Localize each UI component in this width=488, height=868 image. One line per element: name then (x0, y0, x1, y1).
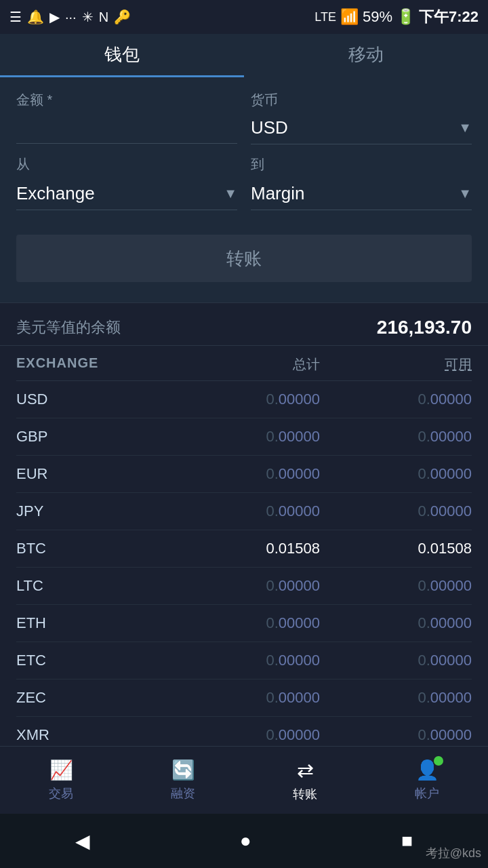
row-available-eth: 0.00000 (320, 614, 472, 632)
row-currency-jpy: JPY (16, 502, 168, 520)
row-total-usd: 0.00000 (168, 391, 320, 408)
row-available-jpy: 0.00000 (320, 502, 472, 520)
form-row-2: 从 Exchange ▼ 到 Margin ▼ (16, 155, 472, 210)
nav-transfer[interactable]: ⇄ 转账 (244, 747, 366, 814)
row-currency-eth: ETH (16, 614, 168, 632)
currency-select[interactable]: USD ▼ (251, 112, 472, 144)
row-available-gbp: 0.00000 (320, 428, 472, 446)
status-right-area: LTE 📶 59% 🔋 下午7:22 (314, 7, 479, 27)
row-currency-xmr: XMR (16, 726, 168, 744)
amount-label: 金额 * (16, 91, 237, 109)
table-row: GBP0.000000.00000 (16, 418, 472, 456)
transfer-button[interactable]: 转账 (16, 235, 472, 282)
currency-label: 货币 (251, 91, 472, 109)
row-currency-usd: USD (16, 391, 168, 408)
balance-value: 216,193.70 (377, 317, 472, 338)
home-button[interactable]: ● (240, 830, 251, 852)
row-currency-eur: EUR (16, 465, 168, 483)
row-available-xmr: 0.00000 (320, 726, 472, 744)
row-currency-gbp: GBP (16, 428, 168, 446)
nav-transfer-label: 转账 (293, 786, 317, 802)
more-icon: ··· (65, 9, 77, 25)
row-total-zec: 0.00000 (168, 689, 320, 707)
play-icon: ▶ (49, 9, 60, 25)
status-bar: ☰ 🔔 ▶ ··· ✳ N 🔑 LTE 📶 59% 🔋 下午7:22 (0, 0, 488, 34)
currency-value: USD (251, 112, 453, 144)
table-row: LTC0.000000.00000 (16, 568, 472, 605)
from-label: 从 (16, 155, 237, 174)
row-available-etc: 0.00000 (320, 652, 472, 669)
table-header: EXCHANGE 总计 可用 (16, 346, 472, 381)
main-tabs: 钱包 移动 (0, 34, 488, 77)
table-row: USD0.000000.00000 (16, 381, 472, 418)
row-available-btc: 0.01508 (320, 540, 472, 557)
nav-trade[interactable]: 📈 交易 (0, 747, 122, 814)
watermark: 考拉@kds (426, 845, 481, 861)
table-row: JPY0.000000.00000 (16, 493, 472, 530)
tab-wallet[interactable]: 钱包 (0, 34, 244, 77)
nav-account[interactable]: 👤 帐户 (366, 747, 488, 814)
row-currency-etc: ETC (16, 652, 168, 669)
signal-icon: 📶 (340, 8, 359, 26)
currency-dropdown-arrow: ▼ (458, 120, 472, 136)
finance-icon: 🔄 (171, 759, 195, 781)
col-available-label: 可用 (320, 355, 472, 374)
row-currency-btc: BTC (16, 540, 168, 557)
row-total-etc: 0.00000 (168, 652, 320, 669)
trade-icon: 📈 (49, 759, 73, 781)
bottom-nav: 📈 交易 🔄 融资 ⇄ 转账 👤 帐户 (0, 746, 488, 814)
app-icon: 🔔 (27, 9, 44, 25)
back-button[interactable]: ◀ (75, 830, 90, 852)
row-available-ltc: 0.00000 (320, 577, 472, 595)
sys-nav: ◀ ● ■ 考拉@kds (0, 814, 488, 868)
to-value: Margin (251, 178, 453, 210)
recent-button[interactable]: ■ (401, 830, 413, 852)
tab-move[interactable]: 移动 (244, 34, 488, 77)
from-value: Exchange (16, 178, 218, 210)
row-available-zec: 0.00000 (320, 689, 472, 707)
form-row-1: 金额 * 货币 USD ▼ (16, 91, 472, 144)
row-total-jpy: 0.00000 (168, 502, 320, 520)
to-dropdown-arrow: ▼ (458, 186, 472, 201)
from-select[interactable]: Exchange ▼ (16, 178, 237, 210)
col-exchange-label: EXCHANGE (16, 355, 168, 374)
nav-finance-label: 融资 (171, 785, 195, 802)
row-total-xmr: 0.00000 (168, 726, 320, 744)
key-icon: 🔑 (114, 9, 131, 25)
to-group: 到 Margin ▼ (251, 155, 472, 210)
balance-section: 美元等值的余额 216,193.70 (0, 303, 488, 346)
row-currency-zec: ZEC (16, 689, 168, 707)
table-row: ETC0.000000.00000 (16, 642, 472, 679)
bluetooth-icon: ✳ (82, 9, 94, 25)
transfer-form: 金额 * 货币 USD ▼ 从 Exchange ▼ 到 Margin ▼ (0, 77, 488, 303)
table-row: BTC0.015080.01508 (16, 530, 472, 568)
status-left-icons: ☰ 🔔 ▶ ··· ✳ N 🔑 (9, 9, 131, 25)
col-total-label: 总计 (168, 355, 320, 374)
row-total-eur: 0.00000 (168, 465, 320, 483)
amount-input[interactable] (16, 113, 237, 144)
table-row: ETH0.000000.00000 (16, 605, 472, 642)
menu-icon: ☰ (9, 9, 22, 25)
to-label: 到 (251, 155, 472, 174)
table-row: ZEC0.000000.00000 (16, 679, 472, 717)
row-available-eur: 0.00000 (320, 465, 472, 483)
row-currency-ltc: LTC (16, 577, 168, 595)
row-total-eth: 0.00000 (168, 614, 320, 632)
row-available-usd: 0.00000 (320, 391, 472, 408)
currency-group: 货币 USD ▼ (251, 91, 472, 144)
battery-icon: 🔋 (396, 8, 415, 26)
nav-trade-label: 交易 (49, 785, 73, 802)
nav-account-label: 帐户 (415, 785, 439, 802)
battery-pct: 59% (363, 8, 392, 26)
to-select[interactable]: Margin ▼ (251, 178, 472, 210)
row-total-btc: 0.01508 (168, 540, 320, 557)
nav-finance[interactable]: 🔄 融资 (122, 747, 244, 814)
from-group: 从 Exchange ▼ (16, 155, 237, 210)
row-total-gbp: 0.00000 (168, 428, 320, 446)
row-total-ltc: 0.00000 (168, 577, 320, 595)
transfer-icon: ⇄ (297, 758, 314, 782)
balance-label: 美元等值的余额 (16, 317, 121, 338)
nfc-icon: N (99, 9, 108, 25)
table-row: EUR0.000000.00000 (16, 456, 472, 493)
from-dropdown-arrow: ▼ (224, 186, 237, 201)
